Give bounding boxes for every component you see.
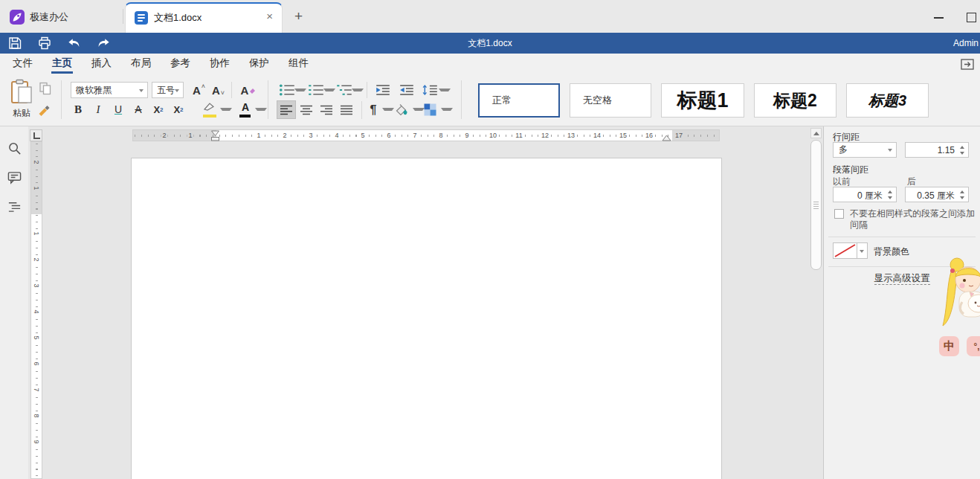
background-color-label: 背景颜色 bbox=[874, 245, 909, 258]
menu-item-保护[interactable]: 保护 bbox=[241, 54, 277, 74]
same-style-spacing-checkbox[interactable] bbox=[834, 209, 844, 219]
tab-stop-selector[interactable] bbox=[30, 129, 42, 141]
font-size-select[interactable]: 五号 bbox=[152, 82, 184, 98]
font-color-button[interactable]: A bbox=[238, 101, 253, 119]
scroll-up-button[interactable] bbox=[810, 128, 822, 138]
superscript-button[interactable]: X2 bbox=[149, 101, 167, 118]
strikethrough-button[interactable]: A bbox=[129, 101, 147, 118]
format-painter-icon[interactable] bbox=[37, 103, 51, 116]
outline-icon[interactable] bbox=[7, 199, 22, 213]
panel-toggle-icon[interactable] bbox=[961, 59, 974, 70]
italic-button[interactable]: I bbox=[89, 101, 107, 118]
subscript-button[interactable]: X2 bbox=[170, 101, 187, 118]
right-indent-marker[interactable] bbox=[662, 135, 671, 141]
tab-divider bbox=[123, 9, 123, 24]
indent-markers[interactable] bbox=[210, 130, 220, 141]
style-无空格[interactable]: 无空格 bbox=[570, 83, 651, 118]
spinner-arrows[interactable] bbox=[958, 144, 967, 156]
ruler-number: 8 bbox=[33, 413, 40, 418]
highlight-color-button[interactable] bbox=[202, 101, 219, 119]
ruler-number: 2 bbox=[161, 132, 167, 139]
chevron-down-icon[interactable] bbox=[439, 89, 451, 91]
align-right-button[interactable] bbox=[317, 100, 336, 119]
numbered-list-icon[interactable] bbox=[308, 82, 324, 98]
app-logo-icon[interactable] bbox=[10, 10, 25, 25]
style-标题1[interactable]: 标题1 bbox=[661, 83, 744, 118]
menu-item-主页[interactable]: 主页 bbox=[44, 54, 80, 74]
document-tab[interactable]: 文档1.docx × bbox=[125, 2, 283, 33]
paragraph-mark-button[interactable]: ¶ bbox=[366, 100, 381, 119]
clear-format-button[interactable]: A bbox=[239, 82, 257, 98]
new-tab-button[interactable]: + bbox=[294, 8, 303, 25]
style-正常[interactable]: 正常 bbox=[478, 83, 560, 118]
group-separator bbox=[461, 80, 462, 119]
spinner-arrows[interactable] bbox=[886, 189, 894, 201]
h-ruler[interactable]: 211234567891011121314151617 bbox=[132, 129, 720, 141]
borders-icon bbox=[424, 103, 436, 116]
menu-item-参考[interactable]: 参考 bbox=[162, 54, 199, 74]
spacing-before-spinner[interactable]: 0 厘米 bbox=[833, 187, 897, 202]
advanced-settings-link[interactable]: 显示高级设置 bbox=[874, 273, 930, 285]
line-spacing-icon[interactable] bbox=[422, 82, 439, 98]
spacing-after-spinner[interactable]: 0.35 厘米 bbox=[905, 187, 969, 202]
group-separator bbox=[367, 82, 367, 98]
borders-button[interactable] bbox=[421, 100, 439, 119]
line-spacing-mode-select[interactable]: 多 bbox=[833, 142, 897, 158]
menu-items: 文件主页插入布局参考协作保护组件 bbox=[3, 54, 318, 74]
document-page[interactable] bbox=[131, 158, 722, 479]
shrink-font-button[interactable]: A˅ bbox=[209, 82, 227, 98]
chevron-down-icon bbox=[175, 89, 179, 92]
minimize-button[interactable] bbox=[934, 17, 944, 19]
chevron-down-icon[interactable] bbox=[352, 89, 364, 91]
justify-button[interactable] bbox=[337, 100, 356, 119]
rocket-icon bbox=[10, 10, 25, 25]
multilevel-list-icon[interactable] bbox=[336, 82, 352, 98]
ruler-number: 6 bbox=[385, 132, 392, 139]
line-spacing-value-spinner[interactable]: 1.15 bbox=[905, 142, 969, 158]
copy-icon[interactable] bbox=[39, 82, 52, 95]
menu-item-文件[interactable]: 文件 bbox=[4, 54, 41, 74]
group-separator bbox=[361, 101, 362, 119]
menu-item-插入[interactable]: 插入 bbox=[83, 54, 120, 74]
spinner-arrows[interactable] bbox=[958, 189, 967, 201]
comments-icon[interactable] bbox=[7, 170, 22, 184]
tab-close-icon[interactable]: × bbox=[266, 10, 273, 22]
vertical-scrollbar-thumb[interactable] bbox=[810, 140, 822, 270]
align-center-button[interactable] bbox=[297, 100, 316, 119]
search-icon[interactable] bbox=[7, 141, 22, 155]
ime-punctuation-button[interactable]: °, bbox=[967, 336, 980, 356]
menu-item-协作[interactable]: 协作 bbox=[202, 54, 238, 74]
paste-label[interactable]: 粘贴 bbox=[3, 107, 40, 120]
background-color-dropdown[interactable] bbox=[857, 242, 868, 259]
ruler-number: 2 bbox=[281, 132, 288, 139]
app-window: 极速办公 文档1.docx × + 文档1.do bbox=[0, 0, 980, 479]
grow-font-button[interactable]: A˄ bbox=[190, 82, 207, 98]
highlighter-icon bbox=[202, 102, 216, 112]
align-left-button[interactable] bbox=[277, 100, 296, 119]
maximize-button[interactable] bbox=[967, 13, 976, 22]
font-name-select[interactable]: 微软雅黑 bbox=[71, 82, 148, 98]
chevron-down-icon[interactable] bbox=[220, 108, 232, 111]
chevron-down-icon[interactable] bbox=[255, 108, 267, 111]
increase-indent-icon[interactable] bbox=[399, 82, 415, 98]
menu-item-布局[interactable]: 布局 bbox=[123, 54, 159, 74]
chevron-down-icon bbox=[888, 149, 892, 152]
ime-skin-character bbox=[932, 257, 980, 341]
ime-language-button[interactable]: 中 bbox=[939, 336, 959, 356]
eraser-icon bbox=[249, 87, 256, 94]
underline-button[interactable]: U bbox=[109, 101, 127, 118]
background-color-swatch[interactable] bbox=[833, 242, 857, 259]
menu-item-组件[interactable]: 组件 bbox=[280, 54, 317, 74]
v-ruler[interactable]: 21123456789 bbox=[30, 141, 42, 479]
user-name[interactable]: Admin bbox=[953, 38, 979, 48]
decrease-indent-icon[interactable] bbox=[375, 82, 391, 98]
chevron-down-icon[interactable] bbox=[294, 89, 306, 91]
chevron-down-icon[interactable] bbox=[323, 89, 335, 91]
chevron-down-icon[interactable] bbox=[441, 108, 453, 111]
paste-icon[interactable] bbox=[10, 79, 33, 104]
bullet-list-icon[interactable] bbox=[279, 82, 295, 98]
shading-button[interactable] bbox=[393, 100, 410, 119]
style-标题3[interactable]: 标题3 bbox=[846, 83, 929, 118]
bold-button[interactable]: B bbox=[69, 101, 87, 118]
style-标题2[interactable]: 标题2 bbox=[754, 83, 836, 118]
